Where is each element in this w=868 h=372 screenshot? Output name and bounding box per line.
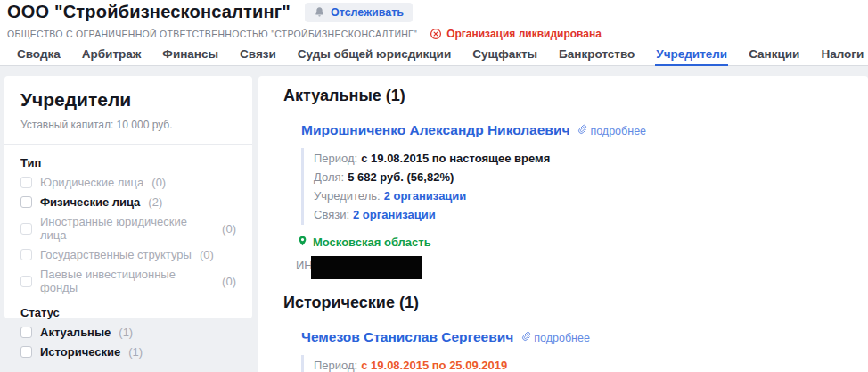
filter-label: Паевые инвестиционные фонды xyxy=(40,268,214,294)
charter-capital: Уставный капитал: 10 000 руб. xyxy=(20,119,236,131)
tab-item[interactable]: Налоги xyxy=(820,45,864,66)
filter-checkbox-row[interactable]: Юридические лица(0) xyxy=(20,176,236,189)
subtitle-row: ОБЩЕСТВО С ОГРАНИЧЕННОЙ ОТВЕТСТВЕННОСТЬЮ… xyxy=(7,28,602,40)
detail-value: 5 682 руб. (56,82%) xyxy=(348,170,454,184)
filter-count: (0) xyxy=(222,275,236,288)
filter-checkbox-row[interactable]: Физические лица(2) xyxy=(20,195,236,209)
founder-name-row: Мирошниченко Александр Николаевичподробн… xyxy=(301,122,850,138)
founder-sections: Актуальные (1)Мирошниченко Александр Ник… xyxy=(283,87,850,372)
company-full-name: ОБЩЕСТВО С ОГРАНИЧЕННОЙ ОТВЕТСТВЕННОСТЬЮ… xyxy=(7,29,417,39)
founder-name-row: Чемезов Станислав Сергеевичподробнее xyxy=(301,329,850,345)
filter-count: (0) xyxy=(200,248,214,261)
liquidation-badge: Организация ликвидирована xyxy=(430,28,602,40)
checkbox[interactable] xyxy=(20,249,32,260)
title-row: ООО "Стройбизнесконсалтинг" Отслеживать xyxy=(7,2,413,22)
tab-item[interactable]: Арбитраж xyxy=(81,45,143,66)
tab-bar: СводкаАрбитражФинансыСвязиСуды общей юри… xyxy=(16,45,868,66)
founder-details: Период:с 19.08.2015 по настоящее времяДо… xyxy=(301,148,850,225)
filter-count: (1) xyxy=(128,345,143,359)
tab-item[interactable]: Сущфакты xyxy=(471,45,538,66)
filter-checkbox-row[interactable]: Исторические(1) xyxy=(20,345,236,359)
checkbox[interactable] xyxy=(20,196,32,208)
tab-item[interactable]: Финансы xyxy=(161,45,219,66)
section-heading: Исторические (1) xyxy=(283,293,850,312)
bell-icon xyxy=(314,6,325,18)
details-link-label: подробнее xyxy=(534,332,590,344)
detail-label: Доля: xyxy=(314,170,344,184)
filter-checkbox-row[interactable]: Актуальные(1) xyxy=(20,326,236,339)
checkbox[interactable] xyxy=(20,276,32,287)
detail-label: Связи: xyxy=(314,208,349,221)
filter-label: Иностранные юридические лица xyxy=(40,215,214,242)
tab-item[interactable]: Суды общей юрисдикции xyxy=(297,45,452,66)
filter-group-title: Статус xyxy=(20,306,236,319)
filter-label: Актуальные xyxy=(40,326,111,339)
location-pin-icon xyxy=(297,235,308,250)
sidebar-divider xyxy=(4,144,252,145)
checkbox[interactable] xyxy=(20,327,32,338)
tab-item[interactable]: Связи xyxy=(239,45,277,66)
filter-count: (1) xyxy=(119,326,133,339)
detail-row: Доля:5 682 руб. (56,82%) xyxy=(314,168,850,186)
detail-row: Учредитель:2 организации xyxy=(314,186,850,205)
filter-count: (0) xyxy=(222,222,236,236)
detail-row: Период:с 19.08.2015 по настоящее время xyxy=(314,149,850,168)
detail-label: Период: xyxy=(314,152,357,165)
filter-count: (0) xyxy=(151,176,166,189)
details-link-label: подробнее xyxy=(590,125,646,137)
liquidation-label: Организация ликвидирована xyxy=(446,28,602,40)
filter-group-title: Тип xyxy=(20,156,236,169)
tab-item[interactable]: Учредители xyxy=(655,45,728,66)
company-header: ООО "Стройбизнесконсалтинг" Отслеживать … xyxy=(0,0,868,66)
filter-checkbox-row[interactable]: Иностранные юридические лица(0) xyxy=(20,215,236,242)
tab-item[interactable]: Банкротство xyxy=(558,45,635,66)
checkbox[interactable] xyxy=(20,346,32,358)
filter-label: Государственные структуры xyxy=(40,248,192,261)
detail-label: Период: xyxy=(314,359,357,372)
section-heading: Актуальные (1) xyxy=(283,87,850,105)
follow-button[interactable]: Отслеживать xyxy=(305,3,413,22)
filter-label: Исторические xyxy=(40,345,120,359)
filter-label: Юридические лица xyxy=(40,176,143,189)
founder-block: Чемезов Станислав СергеевичподробнееПери… xyxy=(301,329,850,372)
founders-content: Актуальные (1)Мирошниченко Александр Ник… xyxy=(258,76,868,372)
detail-value[interactable]: 2 организации xyxy=(384,189,467,203)
paperclip-icon xyxy=(577,124,587,137)
details-link[interactable]: подробнее xyxy=(577,124,646,137)
paperclip-icon xyxy=(520,331,531,344)
filter-checkbox-row[interactable]: Государственные структуры(0) xyxy=(20,248,236,261)
sidebar-title: Учредители xyxy=(20,89,236,111)
company-title: ООО "Стройбизнесконсалтинг" xyxy=(7,2,291,22)
filter-groups: ТипЮридические лица(0)Физические лица(2)… xyxy=(20,156,236,359)
founder-block: Мирошниченко Александр Николаевичподробн… xyxy=(301,122,850,279)
location-link[interactable]: Московская область xyxy=(297,235,850,250)
filter-checkbox-row[interactable]: Паевые инвестиционные фонды(0) xyxy=(20,268,236,294)
filter-count: (2) xyxy=(148,195,162,209)
founder-details: Период:с 19.08.2015 по 25.09.2019Учредит… xyxy=(301,355,850,372)
checkbox[interactable] xyxy=(20,223,32,235)
detail-row: Период:с 19.08.2015 по 25.09.2019 xyxy=(314,356,850,372)
redacted-inn-value xyxy=(311,256,422,279)
detail-label: Учредитель: xyxy=(314,189,381,203)
filter-label: Физические лица xyxy=(40,195,140,209)
detail-value: с 19.08.2015 по настоящее время xyxy=(361,152,550,165)
details-link[interactable]: подробнее xyxy=(520,331,590,344)
liquidated-icon xyxy=(430,28,442,40)
location-label: Московская область xyxy=(313,236,431,249)
tab-item[interactable]: Санкции xyxy=(748,45,800,66)
founder-name-link[interactable]: Чемезов Станислав Сергеевич xyxy=(301,329,513,345)
detail-value[interactable]: 2 организации xyxy=(353,208,436,221)
filters-sidebar: Учредители Уставный капитал: 10 000 руб.… xyxy=(4,76,252,318)
tab-item[interactable]: Сводка xyxy=(16,45,61,66)
inn-row: ИНН xyxy=(296,256,850,279)
follow-label: Отслеживать xyxy=(331,6,404,19)
detail-value: с 19.08.2015 по 25.09.2019 xyxy=(361,359,507,372)
detail-row: Связи:2 организации xyxy=(314,205,850,224)
checkbox[interactable] xyxy=(20,177,32,188)
founder-name-link[interactable]: Мирошниченко Александр Николаевич xyxy=(301,122,569,138)
